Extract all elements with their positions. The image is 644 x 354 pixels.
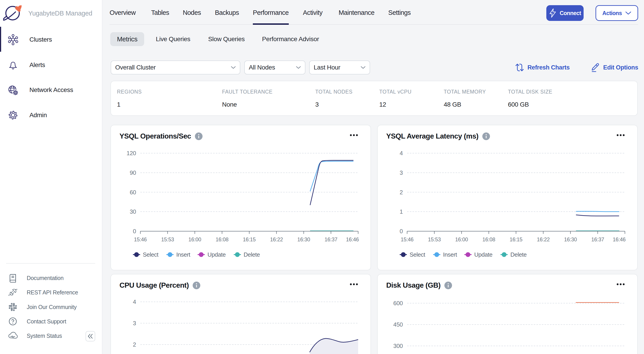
svg-text:300: 300 (394, 342, 403, 349)
svg-text:90: 90 (130, 169, 136, 176)
svg-text:0: 0 (400, 228, 403, 235)
svg-text:16:30: 16:30 (564, 237, 577, 242)
svg-text:3: 3 (133, 320, 136, 326)
svg-text:0: 0 (133, 228, 136, 235)
svg-text:15:53: 15:53 (161, 237, 174, 242)
svg-text:16:46: 16:46 (613, 237, 626, 242)
svg-text:16:15: 16:15 (243, 237, 256, 242)
svg-text:16:46: 16:46 (346, 237, 359, 242)
svg-text:16:08: 16:08 (482, 237, 495, 242)
svg-text:16:00: 16:00 (188, 237, 201, 242)
svg-text:2: 2 (133, 341, 136, 348)
svg-text:Update: Update (208, 251, 226, 258)
svg-text:Select: Select (143, 251, 159, 258)
svg-text:15:53: 15:53 (428, 237, 441, 242)
svg-text:16:37: 16:37 (324, 237, 337, 242)
svg-text:Delete: Delete (244, 251, 260, 258)
svg-text:Insert: Insert (443, 251, 457, 258)
svg-text:600: 600 (394, 300, 403, 306)
svg-text:120: 120 (127, 150, 136, 156)
svg-text:16:37: 16:37 (591, 237, 604, 242)
svg-text:450: 450 (394, 321, 403, 328)
svg-text:60: 60 (130, 189, 136, 196)
svg-text:16:08: 16:08 (216, 237, 228, 242)
svg-text:15:46: 15:46 (400, 237, 414, 242)
svg-text:16:22: 16:22 (537, 237, 550, 242)
svg-text:2: 2 (400, 189, 403, 196)
svg-text:16:00: 16:00 (455, 237, 468, 242)
svg-text:30: 30 (130, 208, 136, 215)
svg-text:16:30: 16:30 (297, 237, 310, 242)
svg-text:16:15: 16:15 (510, 237, 522, 242)
svg-text:3: 3 (400, 169, 403, 176)
svg-text:15:46: 15:46 (134, 237, 147, 242)
svg-text:4: 4 (400, 150, 403, 156)
svg-text:16:22: 16:22 (270, 237, 283, 242)
svg-text:Insert: Insert (176, 251, 190, 258)
svg-text:Delete: Delete (510, 251, 526, 258)
svg-text:4: 4 (133, 298, 136, 305)
svg-text:Update: Update (474, 251, 492, 258)
svg-text:Select: Select (410, 251, 426, 258)
svg-text:1: 1 (400, 208, 403, 215)
